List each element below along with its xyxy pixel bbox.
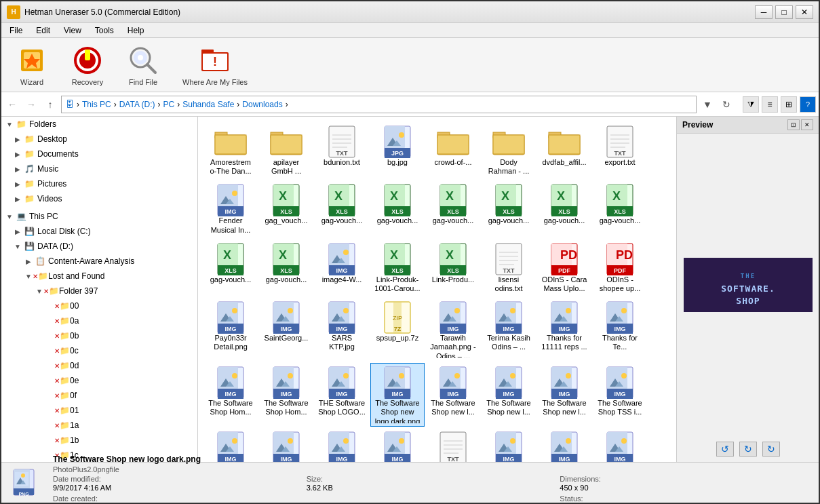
tree-item-content-aware[interactable]: ▶ 📋 Content-Aware Analysis — [1, 254, 197, 269]
tree-item-documents[interactable]: ▶ 📁 Documents — [1, 147, 197, 161]
menu-view[interactable]: View — [58, 24, 87, 37]
up-button[interactable]: ↑ — [42, 96, 58, 113]
preview-expand-button[interactable]: ⊡ — [787, 119, 800, 130]
file-item[interactable]: XLS X gag_vouch... — [259, 180, 313, 237]
tree-item-thispc[interactable]: ▼ 💻 This PC — [1, 209, 197, 224]
preview-close-button[interactable]: ✕ — [801, 119, 813, 130]
tree-item-d[interactable]: ▼ 💾 DATA (D:) — [1, 239, 197, 254]
file-item[interactable]: IMG The Software Shop Hom... — [203, 363, 258, 427]
expand-music[interactable]: ▶ — [12, 163, 23, 174]
breadcrumb-downloads[interactable]: Downloads — [242, 100, 282, 109]
find-file-button[interactable]: Find File — [118, 41, 168, 90]
dropdown-button[interactable]: ▼ — [699, 96, 716, 113]
file-item[interactable]: PDF PDF ODInS - Cara Mass Uplo... — [537, 239, 591, 296]
file-item[interactable]: IMG Terima Kasih Odins – ... — [482, 298, 536, 362]
tree-item-pictures[interactable]: ▶ 📁 Pictures — [1, 176, 197, 191]
file-item[interactable]: crowd-of-... — [426, 122, 480, 179]
file-item[interactable]: IMG Thanks for Te... — [593, 298, 647, 362]
file-item[interactable]: dvdfab_affil... — [537, 122, 591, 179]
tree-item-0c[interactable]: ▶ ✕📁 0c — [1, 343, 197, 358]
view-toggle-button[interactable]: ≡ — [762, 96, 778, 113]
expand-desktop[interactable]: ▶ — [12, 134, 23, 144]
expand-thispc[interactable]: ▼ — [4, 211, 15, 222]
file-item[interactable]: XLS X gag-vouch... — [370, 180, 425, 237]
expand-content-aware[interactable]: ▶ — [23, 256, 34, 267]
file-item[interactable]: TXT export.txt — [593, 122, 647, 179]
tree-item-videos[interactable]: ▶ 📁 Videos — [1, 191, 197, 206]
file-item[interactable]: IMG The Software Shop TSS i... — [593, 363, 647, 427]
file-item[interactable]: XLS X gag-vouch... — [593, 180, 647, 237]
wizard-button[interactable]: Wizard — [7, 41, 57, 90]
breadcrumb-safe[interactable]: Suhanda Safe — [182, 100, 234, 109]
expand-documents[interactable]: ▶ — [12, 149, 23, 159]
tree-item-c[interactable]: ▶ 💾 Local Disk (C:) — [1, 224, 197, 239]
breadcrumb-thispc-label[interactable]: This PC — [82, 100, 111, 109]
file-item[interactable]: Dody Rahman - ... — [482, 122, 536, 179]
file-item[interactable]: TXT lisensi odins.txt — [482, 239, 536, 296]
file-item[interactable]: XLS X Link-Produ... — [426, 239, 480, 296]
file-item[interactable]: XLS X gag-vouch... — [426, 180, 480, 237]
minimize-button[interactable]: ─ — [755, 5, 773, 19]
tree-item-desktop[interactable]: ▶ 📁 Desktop — [1, 132, 197, 147]
file-item[interactable]: IMG image4-W... — [315, 239, 369, 296]
file-item[interactable]: ZIP 7Z spsup_up.7z — [370, 298, 425, 362]
file-item[interactable]: IMG Thanks for 11111 reps ... — [537, 298, 591, 362]
file-item[interactable]: XLS X gag-vouch... — [259, 239, 313, 296]
breadcrumb-data[interactable]: DATA (D:) — [119, 100, 155, 109]
expand-videos[interactable]: ▶ — [12, 193, 23, 204]
file-item[interactable]: IMG The Software Shop new l... — [482, 363, 536, 427]
recovery-button[interactable]: Recovery — [62, 41, 113, 90]
refresh-button[interactable]: ↻ — [718, 96, 735, 113]
tree-item-lost-found[interactable]: ▼ ✕📁 Lost and Found — [1, 269, 197, 284]
menu-tools[interactable]: Tools — [90, 24, 119, 37]
file-item[interactable]: IMG SaintGeorg... — [259, 298, 313, 362]
file-item[interactable]: IMG SARS KTP.jpg — [315, 298, 369, 362]
file-item[interactable]: XLS X Link-Produk-1001-Carou... — [370, 239, 425, 296]
menu-edit[interactable]: Edit — [31, 24, 56, 37]
address-box[interactable]: 🗄 › This PC › DATA (D:) › PC › Suhanda S… — [61, 96, 697, 113]
view-options-button[interactable]: ⊞ — [781, 96, 797, 113]
tree-item-1b[interactable]: ▶ ✕📁 1b — [1, 433, 197, 448]
file-item[interactable]: IMG Tarawih Jamaah.png - Odins – ... — [426, 298, 480, 362]
filter-button[interactable]: ⧩ — [743, 96, 759, 113]
expand-d[interactable]: ▼ — [12, 241, 23, 252]
tree-item-folder397[interactable]: ▼ ✕📁 Folder 397 — [1, 284, 197, 298]
tree-item-0b[interactable]: ▶ ✕📁 0b — [1, 328, 197, 343]
tree-item-1a[interactable]: ▶ ✕📁 1a — [1, 418, 197, 433]
file-item[interactable]: apilayer GmbH ... — [259, 122, 313, 179]
tree-item-00[interactable]: ▶ ✕📁 00 — [1, 298, 197, 313]
tree-item-01[interactable]: ▶ ✕📁 01 — [1, 403, 197, 418]
close-button[interactable]: ✕ — [796, 5, 813, 19]
tree-item-0d[interactable]: ▶ ✕📁 0d — [1, 358, 197, 373]
file-item[interactable]: Amorestrem o-The Dan... — [203, 122, 258, 179]
file-item[interactable]: XLS X gag-vouch... — [482, 180, 536, 237]
file-item[interactable]: XLS X gag-vouch... — [315, 180, 369, 237]
maximize-button[interactable]: □ — [775, 5, 793, 19]
tree-item-0f[interactable]: ▶ ✕📁 0f — [1, 388, 197, 403]
file-item[interactable]: IMG The Software Shop Hom... — [259, 363, 313, 427]
expand-c[interactable]: ▶ — [12, 226, 23, 237]
tree-item-music[interactable]: ▶ 🎵 Music — [1, 161, 197, 176]
file-item[interactable]: TXT bdunion.txt — [315, 122, 369, 179]
breadcrumb-pc[interactable]: PC — [163, 100, 175, 109]
file-item[interactable]: IMG Pay0n33r Detail.png — [203, 298, 258, 362]
file-item[interactable]: IMG THE Software Shop LOGO... — [315, 363, 369, 427]
file-item[interactable]: PDF PDF ODInS - shopee up... — [593, 239, 647, 296]
file-area[interactable]: Amorestrem o-The Dan... apilayer GmbH ..… — [198, 117, 676, 462]
file-item[interactable]: IMG The Software Shop new logo dark.png — [370, 363, 425, 427]
help-button[interactable]: ? — [800, 96, 816, 113]
file-item[interactable]: IMG The Software Shop new l... — [537, 363, 591, 427]
file-item[interactable]: IMG Fender Musical In... — [203, 180, 258, 237]
where-my-files-button[interactable]: ! Where Are My Files — [174, 41, 256, 90]
forward-button[interactable]: → — [23, 96, 39, 113]
expand-pictures[interactable]: ▶ — [12, 178, 23, 189]
file-item[interactable]: JPG bg.jpg — [370, 122, 425, 179]
file-item[interactable]: XLS X gag-vouch... — [537, 180, 591, 237]
menu-file[interactable]: File — [4, 24, 28, 37]
tree-item-0e[interactable]: ▶ ✕📁 0e — [1, 373, 197, 388]
tree-item-0a[interactable]: ▶ ✕📁 0a — [1, 313, 197, 328]
menu-help[interactable]: Help — [122, 24, 150, 37]
back-button[interactable]: ← — [4, 96, 20, 113]
tree-item-folders[interactable]: ▼ 📁 Folders — [1, 117, 197, 132]
file-item[interactable]: IMG The Software Shop new l... — [426, 363, 480, 427]
